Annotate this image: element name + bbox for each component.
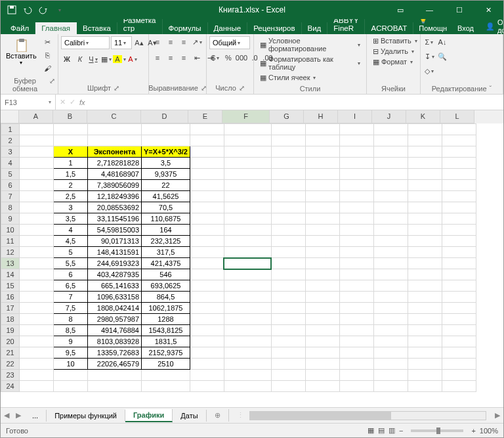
row-header[interactable]: 19 bbox=[1, 325, 20, 336]
cell[interactable] bbox=[224, 269, 271, 280]
cell[interactable] bbox=[20, 191, 54, 202]
cell[interactable] bbox=[373, 236, 408, 247]
cell[interactable] bbox=[224, 314, 271, 325]
qat-customize-icon[interactable] bbox=[52, 3, 66, 17]
column-header[interactable]: L bbox=[440, 110, 474, 123]
tab-view[interactable]: Вид bbox=[302, 22, 328, 34]
minimize-icon[interactable]: — bbox=[415, 1, 444, 19]
cell[interactable] bbox=[305, 381, 339, 392]
cell[interactable] bbox=[408, 124, 442, 135]
cell[interactable] bbox=[442, 314, 476, 325]
cell[interactable] bbox=[305, 359, 339, 370]
paste-button[interactable]: Вставить▾ bbox=[3, 36, 39, 67]
name-box[interactable]: F13▾ bbox=[1, 95, 56, 110]
cell[interactable]: 1,5 bbox=[54, 169, 88, 180]
cell[interactable] bbox=[442, 213, 476, 225]
row-header[interactable]: 6 bbox=[1, 180, 20, 191]
cell[interactable] bbox=[339, 258, 373, 269]
cell[interactable] bbox=[142, 124, 190, 135]
cell[interactable] bbox=[305, 213, 339, 225]
cell[interactable]: 4 bbox=[54, 225, 88, 236]
cell[interactable] bbox=[373, 247, 408, 258]
close-icon[interactable]: ✕ bbox=[474, 1, 503, 19]
comma-icon[interactable]: 000 bbox=[236, 52, 247, 64]
cell[interactable] bbox=[271, 225, 305, 236]
cell[interactable]: 5 bbox=[54, 247, 88, 258]
cell[interactable] bbox=[190, 359, 224, 370]
row-header[interactable]: 5 bbox=[1, 169, 20, 180]
cell[interactable] bbox=[408, 213, 442, 225]
row-header[interactable]: 12 bbox=[1, 247, 20, 258]
cell[interactable] bbox=[442, 280, 476, 292]
delete-cells-button[interactable]: ⊟ Удалить bbox=[369, 47, 417, 56]
cell[interactable]: 22026,46579 bbox=[88, 359, 142, 370]
cell[interactable] bbox=[442, 336, 476, 347]
cell[interactable] bbox=[20, 269, 54, 280]
cell[interactable] bbox=[339, 236, 373, 247]
cell[interactable]: 421,4375 bbox=[142, 258, 190, 269]
cell[interactable] bbox=[339, 158, 373, 169]
cell[interactable] bbox=[442, 146, 476, 158]
cell[interactable] bbox=[442, 247, 476, 258]
cell[interactable] bbox=[442, 370, 476, 381]
row-header[interactable]: 18 bbox=[1, 314, 20, 325]
cell[interactable] bbox=[339, 180, 373, 191]
cell[interactable] bbox=[442, 347, 476, 359]
cell[interactable] bbox=[190, 236, 224, 247]
cell[interactable] bbox=[305, 169, 339, 180]
cell[interactable] bbox=[224, 247, 271, 258]
sheet-nav-prev-icon[interactable]: ◀ bbox=[1, 411, 12, 420]
row-header[interactable]: 1 bbox=[1, 124, 20, 135]
cell[interactable] bbox=[271, 135, 305, 146]
cell[interactable] bbox=[339, 202, 373, 213]
row-header[interactable]: 22 bbox=[1, 359, 20, 370]
cell[interactable] bbox=[20, 314, 54, 325]
column-header[interactable]: G bbox=[270, 110, 304, 123]
font-name-select[interactable]: Calibri bbox=[61, 36, 110, 49]
cell[interactable] bbox=[271, 370, 305, 381]
cell[interactable] bbox=[224, 135, 271, 146]
cell[interactable] bbox=[373, 191, 408, 202]
cell[interactable] bbox=[271, 314, 305, 325]
cell[interactable] bbox=[373, 314, 408, 325]
cell[interactable]: 2 bbox=[54, 180, 88, 191]
cell[interactable] bbox=[190, 303, 224, 314]
cell[interactable] bbox=[305, 124, 339, 135]
cell[interactable] bbox=[305, 292, 339, 303]
sheet-nav-next-icon[interactable]: ▶ bbox=[12, 411, 24, 420]
cell[interactable] bbox=[408, 292, 442, 303]
cell[interactable] bbox=[224, 169, 271, 180]
scroll-right-icon[interactable]: ▶ bbox=[492, 411, 503, 420]
cell[interactable]: 1543,8125 bbox=[142, 325, 190, 336]
border-icon[interactable]: ▦ bbox=[100, 53, 112, 65]
cell[interactable] bbox=[408, 247, 442, 258]
currency-icon[interactable]: $ bbox=[209, 52, 221, 64]
cell[interactable]: 403,4287935 bbox=[88, 269, 142, 280]
tab-data[interactable]: Данные bbox=[208, 22, 248, 34]
column-header[interactable]: D bbox=[141, 110, 188, 123]
row-header[interactable]: 9 bbox=[1, 213, 20, 225]
enter-formula-icon[interactable]: ✓ bbox=[70, 98, 75, 106]
cell[interactable]: 2510 bbox=[142, 359, 190, 370]
cell[interactable] bbox=[271, 269, 305, 280]
tab-review[interactable]: Рецензиров bbox=[247, 22, 301, 34]
cell[interactable]: 232,3125 bbox=[142, 236, 190, 247]
align-mid-icon[interactable]: ≡ bbox=[165, 36, 177, 48]
cell[interactable]: 70,5 bbox=[142, 202, 190, 213]
cell[interactable] bbox=[271, 236, 305, 247]
horizontal-scrollbar[interactable] bbox=[249, 411, 486, 420]
cell[interactable] bbox=[408, 146, 442, 158]
collapse-ribbon-icon[interactable]: ˇ bbox=[490, 85, 492, 93]
format-cells-button[interactable]: ▦ Формат bbox=[369, 57, 416, 66]
cell[interactable]: 2,718281828 bbox=[88, 158, 142, 169]
cell[interactable]: 9 bbox=[54, 336, 88, 347]
cell[interactable] bbox=[305, 370, 339, 381]
cell[interactable] bbox=[373, 180, 408, 191]
add-sheet-icon[interactable]: ⊕ bbox=[207, 409, 229, 422]
cell[interactable] bbox=[271, 191, 305, 202]
cell[interactable] bbox=[271, 124, 305, 135]
cell[interactable] bbox=[190, 336, 224, 347]
row-header[interactable]: 3 bbox=[1, 146, 20, 158]
cell[interactable]: 1096,633158 bbox=[88, 292, 142, 303]
cell[interactable] bbox=[190, 225, 224, 236]
